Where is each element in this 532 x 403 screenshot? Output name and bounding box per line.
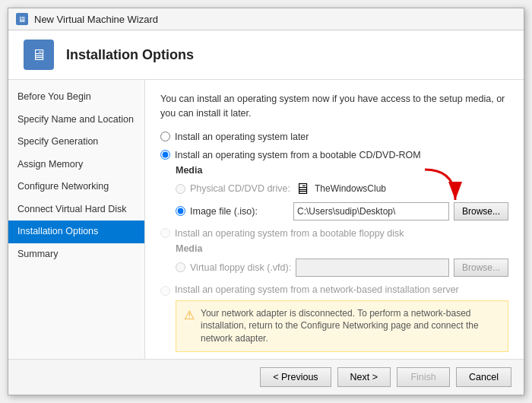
physical-drive-label: Physical CD/DVD drive: xyxy=(190,183,290,194)
physical-drive-value: TheWindowsClub xyxy=(315,183,386,194)
install-later-label[interactable]: Install an operating system later xyxy=(160,132,508,142)
sidebar-item-installation-options[interactable]: Installation Options xyxy=(8,221,144,243)
sidebar-item-configure-networking[interactable]: Configure Networking xyxy=(8,176,144,198)
sidebar: Before You Begin Specify Name and Locati… xyxy=(8,80,145,359)
image-file-row: Image file (.iso): Browse... xyxy=(176,202,508,221)
floppy-browse-button[interactable]: Browse... xyxy=(454,259,508,277)
floppy-radio[interactable] xyxy=(160,228,170,238)
cd-dvd-option-group: Install an operating system from a boota… xyxy=(160,150,508,221)
warning-icon: ⚠ xyxy=(184,307,195,324)
content-area: Before You Begin Specify Name and Locati… xyxy=(8,80,524,359)
sidebar-item-connect-hard-disk[interactable]: Connect Virtual Hard Disk xyxy=(8,198,144,221)
header-banner: 🖥 Installation Options xyxy=(8,30,524,80)
virtual-floppy-input[interactable] xyxy=(296,259,449,277)
cd-dvd-label[interactable]: Install an operating system from a boota… xyxy=(160,150,508,160)
floppy-media-section: Media Virtual floppy disk (.vfd): Browse… xyxy=(176,243,508,277)
previous-button[interactable]: < Previous xyxy=(260,367,331,387)
physical-drive-radio[interactable] xyxy=(176,184,185,194)
description-text: You can install an operating system now … xyxy=(160,92,508,121)
header-title: Installation Options xyxy=(66,47,194,63)
network-radio[interactable] xyxy=(160,286,170,296)
virtual-floppy-row: Virtual floppy disk (.vfd): Browse... xyxy=(176,259,508,277)
sidebar-item-assign-memory[interactable]: Assign Memory xyxy=(8,154,144,176)
physical-drive-row: Physical CD/DVD drive: 🖥 TheWindowsClub xyxy=(176,180,508,198)
network-option: Install an operating system from a netwo… xyxy=(160,284,508,296)
sidebar-item-specify-generation[interactable]: Specify Generation xyxy=(8,131,144,154)
floppy-label[interactable]: Install an operating system from a boota… xyxy=(160,228,508,239)
image-browse-button[interactable]: Browse... xyxy=(454,202,508,221)
image-file-label: Image file (.iso): xyxy=(190,206,289,217)
window-icon: 🖥 xyxy=(16,13,28,25)
cd-dvd-radio[interactable] xyxy=(160,150,170,160)
install-later-option: Install an operating system later xyxy=(160,132,508,142)
warning-text: Your network adapter is disconnected. To… xyxy=(201,307,500,345)
image-file-radio[interactable] xyxy=(176,206,185,216)
cancel-button[interactable]: Cancel xyxy=(456,367,511,387)
window-title: New Virtual Machine Wizard xyxy=(34,14,158,25)
floppy-media-label: Media xyxy=(176,243,508,254)
main-content: You can install an operating system now … xyxy=(145,80,524,359)
title-bar: 🖥 New Virtual Machine Wizard xyxy=(8,8,524,30)
image-file-input[interactable] xyxy=(293,202,449,221)
cd-icon: 🖥 xyxy=(295,180,310,198)
warning-box: ⚠ Your network adapter is disconnected. … xyxy=(176,300,508,352)
finish-button[interactable]: Finish xyxy=(397,367,450,387)
sidebar-item-summary[interactable]: Summary xyxy=(8,243,144,266)
media-label: Media xyxy=(176,165,508,176)
sidebar-item-specify-name[interactable]: Specify Name and Location xyxy=(8,109,144,132)
virtual-floppy-radio[interactable] xyxy=(176,262,185,272)
header-icon: 🖥 xyxy=(24,40,54,70)
install-later-radio[interactable] xyxy=(160,132,170,141)
footer: < Previous Next > Finish Cancel xyxy=(8,359,524,395)
virtual-floppy-label: Virtual floppy disk (.vfd): xyxy=(190,262,291,273)
next-button[interactable]: Next > xyxy=(337,367,391,387)
cd-dvd-media-section: Media Physical CD/DVD drive: 🖥 TheWindow… xyxy=(176,165,508,221)
wizard-window: 🖥 New Virtual Machine Wizard 🖥 Installat… xyxy=(8,8,524,395)
floppy-option-group: Install an operating system from a boota… xyxy=(160,228,508,277)
network-option-group: Install an operating system from a netwo… xyxy=(160,284,508,352)
sidebar-item-before-you-begin[interactable]: Before You Begin xyxy=(8,86,144,109)
